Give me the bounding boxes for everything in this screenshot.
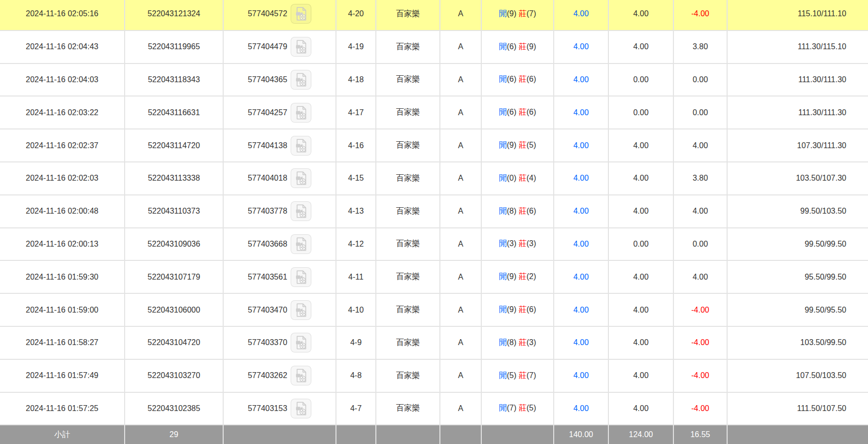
cell-win-loss: 0.00 [673,228,727,261]
cell-game-type: 百家樂 [376,129,440,162]
cell-balance: 115.10/111.10 [727,0,868,31]
subtotal-bet-total: 140.00 [554,425,608,444]
cell-game-type: 百家樂 [376,63,440,96]
cell-round-id: 577404138 [223,129,336,162]
cell-game-type: 百家樂 [376,162,440,195]
cell-round-number: 4-9 [336,326,376,359]
subtotal-valid-total: 124.00 [608,425,673,444]
banker-score: (6) [527,75,536,83]
cell-bet-time: 2024-11-16 01:59:00 [0,293,125,326]
cell-round-number: 4-17 [336,96,376,129]
player-score: (5) [507,371,517,380]
subtotal-bet-count: 29 [125,425,223,444]
round-id-text: 577403262 [248,371,287,380]
subtotal-empty-game [376,425,440,444]
video-replay-button[interactable] [291,168,311,188]
video-replay-button[interactable] [291,300,311,320]
player-label: 閒 [499,305,507,314]
cell-game-type: 百家樂 [376,392,440,425]
banker-score: (5) [527,404,536,412]
banker-label: 莊 [519,305,527,314]
round-id-text: 577403370 [248,338,287,347]
cell-bet-amount: 4.00 [554,31,608,63]
cell-game-result: 閒(6) 莊(6) [481,96,554,129]
cell-valid-amount: 0.00 [608,96,673,129]
video-replay-button[interactable] [291,70,311,90]
cell-valid-amount: 4.00 [608,0,673,31]
round-id-text: 577404138 [248,141,287,150]
cell-table-code: A [440,63,481,96]
video-replay-button[interactable] [291,267,311,287]
cell-win-loss: 0.00 [673,96,727,129]
round-id-text: 577403778 [248,207,287,216]
cell-bet-time: 2024-11-16 02:04:43 [0,31,125,63]
video-replay-button[interactable] [291,366,311,385]
cell-balance: 111.50/107.50 [727,392,868,425]
video-replay-button[interactable] [291,136,311,156]
video-replay-button[interactable] [291,399,311,418]
banker-label: 莊 [519,75,527,83]
video-file-icon [294,303,308,317]
video-replay-button[interactable] [291,4,311,24]
player-score: (8) [507,338,517,347]
player-label: 閒 [499,239,507,248]
cell-game-result: 閒(8) 莊(6) [481,195,554,228]
video-replay-button[interactable] [291,201,311,221]
cell-game-result: 閒(9) 莊(7) [481,0,554,31]
video-file-icon [294,105,308,120]
banker-score: (2) [527,272,536,281]
video-file-icon [294,335,308,350]
player-score: (3) [507,239,517,248]
video-replay-button[interactable] [291,234,311,254]
cell-bet-time: 2024-11-16 02:02:03 [0,162,125,195]
video-replay-button[interactable] [291,333,311,352]
cell-round-number: 4-11 [336,260,376,293]
cell-bet-time: 2024-11-16 02:00:48 [0,195,125,228]
player-label: 閒 [499,207,507,215]
cell-bet-amount: 4.00 [554,293,608,326]
player-label: 閒 [499,108,507,116]
cell-balance: 103.50/107.30 [727,162,868,195]
cell-valid-amount: 4.00 [608,293,673,326]
cell-game-type: 百家樂 [376,260,440,293]
video-file-icon [294,138,308,153]
cell-bet-amount: 4.00 [554,359,608,392]
cell-bet-amount: 4.00 [554,392,608,425]
player-label: 閒 [499,9,507,18]
banker-score: (4) [527,174,536,182]
cell-round-number: 4-19 [336,31,376,63]
subtotal-empty-roundno [336,425,376,444]
cell-table-code: A [440,195,481,228]
cell-win-loss: 3.80 [673,162,727,195]
cell-balance: 111.30/111.30 [727,63,868,96]
cell-win-loss: 4.00 [673,260,727,293]
cell-table-code: A [440,0,481,31]
cell-bet-time: 2024-11-16 01:59:30 [0,260,125,293]
round-id-text: 577404572 [248,9,287,18]
cell-round-id: 577404257 [223,96,336,129]
cell-game-result: 閒(9) 莊(6) [481,293,554,326]
bet-row: 2024-11-16 01:57:49 522043103270 5774032… [0,359,868,392]
video-replay-button[interactable] [291,37,311,57]
cell-bet-id: 522043102385 [125,392,223,425]
cell-balance: 107.30/111.30 [727,129,868,162]
cell-round-number: 4-10 [336,293,376,326]
video-replay-button[interactable] [291,103,311,123]
banker-score: (3) [527,338,536,347]
cell-valid-amount: 4.00 [608,359,673,392]
cell-bet-amount: 4.00 [554,260,608,293]
cell-game-result: 閒(0) 莊(4) [481,162,554,195]
bet-row: 2024-11-16 02:05:16 522043121324 5774045… [0,0,868,31]
cell-game-type: 百家樂 [376,0,440,31]
cell-bet-time: 2024-11-16 01:57:49 [0,359,125,392]
player-label: 閒 [499,338,507,347]
round-id-text: 577403561 [248,273,287,282]
cell-round-number: 4-18 [336,63,376,96]
cell-bet-id: 522043114720 [125,129,223,162]
player-score: (6) [507,42,517,51]
banker-score: (3) [527,239,536,248]
player-score: (9) [507,272,517,281]
player-label: 閒 [499,174,507,182]
bet-row: 2024-11-16 01:58:27 522043104720 5774033… [0,326,868,359]
cell-bet-time: 2024-11-16 02:02:37 [0,129,125,162]
